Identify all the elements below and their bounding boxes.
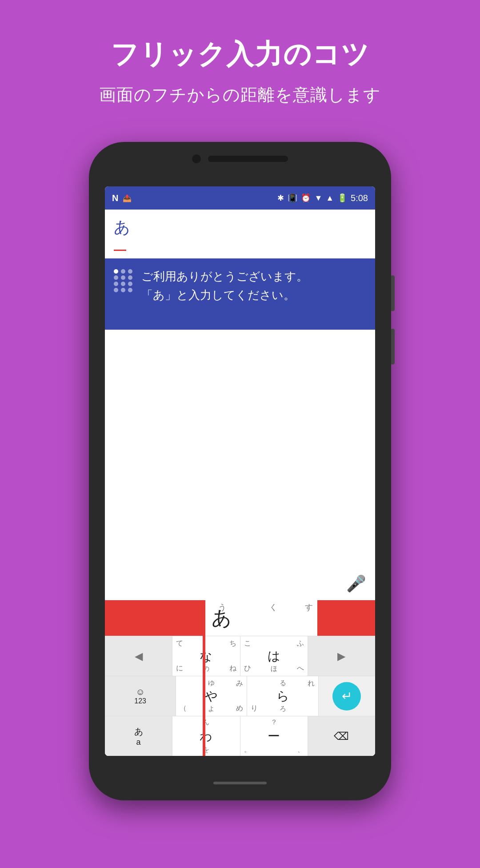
abc-label: a bbox=[136, 738, 141, 747]
suggestion-bar: ご利用ありがとうございます。 「あ」と入力してください。 bbox=[105, 258, 375, 330]
key-right-arrow[interactable]: ▶ bbox=[308, 636, 375, 676]
key-ha[interactable]: こ ふ は ひ へ ほ bbox=[240, 636, 308, 676]
dot bbox=[121, 269, 125, 274]
vibrate-icon: 📳 bbox=[288, 193, 297, 203]
key-delete[interactable]: ⌫ bbox=[308, 716, 375, 756]
sub-char-he: へ bbox=[297, 664, 304, 673]
dot bbox=[121, 275, 125, 280]
dot bbox=[114, 288, 118, 292]
dot bbox=[121, 282, 125, 286]
dots-grid bbox=[114, 269, 132, 292]
photo-icon: 📤 bbox=[123, 194, 132, 202]
keyboard-row-2: ☺ 123 ゆ み や （ め よ る れ ら り ろ bbox=[105, 676, 375, 716]
sub-char-comma: 、 bbox=[297, 746, 304, 754]
header-section: フリック入力のコツ 画面のフチからの距離を意識します bbox=[0, 0, 480, 124]
dot bbox=[121, 288, 125, 292]
dot bbox=[114, 282, 118, 286]
sub-char-re: れ bbox=[308, 679, 315, 688]
sub-char-ne: ね bbox=[229, 664, 236, 673]
text-cursor bbox=[114, 250, 126, 251]
sub-title: 画面のフチからの距離を意識します bbox=[99, 84, 381, 106]
sub-char-period: 。 bbox=[244, 746, 251, 754]
text-input-area[interactable]: あ bbox=[105, 210, 375, 258]
microphone-icon[interactable]: 🎤 bbox=[346, 574, 366, 593]
key-na[interactable]: て ち な に ね の bbox=[172, 636, 240, 676]
volume-button bbox=[391, 275, 395, 311]
suggestion-text: ご利用ありがとうございます。 「あ」と入力してください。 bbox=[141, 267, 308, 304]
home-indicator bbox=[213, 782, 267, 784]
main-char-dash: ー bbox=[268, 728, 280, 745]
key-punctuation[interactable]: ？ ー 。 、 bbox=[240, 716, 308, 756]
sub-char-me: め bbox=[236, 704, 243, 713]
status-bar: N 📤 ✱ 📳 ⏰ ▼ ▲ 🔋 5:08 bbox=[105, 186, 375, 210]
key-ra[interactable]: る れ ら り ろ bbox=[247, 676, 318, 716]
dot bbox=[128, 288, 132, 292]
camera bbox=[192, 154, 201, 163]
status-time: 5:08 bbox=[351, 193, 368, 203]
notification-icon: N bbox=[112, 193, 118, 203]
sub-char-q: ？ bbox=[271, 718, 277, 727]
sub-char-fu: ふ bbox=[297, 639, 304, 648]
hiragana-label: あ bbox=[134, 726, 143, 738]
dot bbox=[114, 275, 118, 280]
key-top-ku: く bbox=[269, 602, 277, 613]
sub-char-ru: る bbox=[280, 679, 286, 687]
dot bbox=[114, 269, 118, 274]
sub-char-yo: よ bbox=[208, 705, 215, 713]
key-mode-switch[interactable]: あa bbox=[105, 716, 172, 756]
sub-char-lp: （ bbox=[180, 704, 187, 713]
sub-char-te: て bbox=[176, 639, 183, 648]
sub-char-ro: ろ bbox=[280, 705, 286, 713]
key-ya[interactable]: ゆ み や （ め よ bbox=[176, 676, 247, 716]
bluetooth-icon: ✱ bbox=[277, 193, 284, 203]
emoji-icon: ☺ bbox=[136, 687, 144, 697]
battery-icon: 🔋 bbox=[337, 193, 347, 203]
keyboard: う く す あ ◀ て ち な に ね の こ ふ は bbox=[105, 600, 375, 756]
phone-container: N 📤 ✱ 📳 ⏰ ▼ ▲ 🔋 5:08 あ bbox=[89, 142, 391, 800]
input-character: あ bbox=[114, 217, 366, 238]
sub-char-hi: ひ bbox=[244, 664, 251, 673]
wifi-icon: ▼ bbox=[314, 194, 322, 203]
123-label: 123 bbox=[134, 697, 146, 705]
candidate-area: 🎤 bbox=[105, 330, 375, 600]
dot bbox=[128, 275, 132, 280]
keyboard-highlight-row: う く す あ bbox=[105, 600, 375, 636]
alarm-icon: ⏰ bbox=[301, 193, 311, 203]
dot bbox=[128, 269, 132, 274]
main-char-ha: は bbox=[268, 648, 280, 665]
signal-icon: ▲ bbox=[326, 194, 334, 203]
red-bar-vertical bbox=[203, 600, 205, 756]
key-left-arrow[interactable]: ◀ bbox=[105, 636, 172, 676]
enter-key-button[interactable]: ↵ bbox=[332, 682, 361, 711]
speaker bbox=[208, 156, 288, 162]
dot bbox=[128, 282, 132, 286]
power-button bbox=[391, 329, 395, 364]
sub-char-yu: ゆ bbox=[208, 679, 215, 687]
main-char-wa: わ bbox=[200, 728, 212, 745]
sub-char-mi: み bbox=[236, 679, 243, 688]
key-enter[interactable]: ↵ bbox=[319, 676, 375, 716]
red-bar-left bbox=[105, 600, 203, 636]
status-left-icons: N 📤 bbox=[112, 193, 132, 203]
keyboard-row-3: あa ん わ を ？ ー 。 、 ⌫ bbox=[105, 716, 375, 756]
main-char-ya: や bbox=[205, 688, 218, 705]
main-char-na: な bbox=[200, 648, 212, 665]
keyboard-row-1: ◀ て ち な に ね の こ ふ は ひ へ ほ ▶ bbox=[105, 636, 375, 676]
key-main-a[interactable]: あ bbox=[212, 605, 232, 631]
sub-char-ko: こ bbox=[244, 639, 251, 648]
status-right-icons: ✱ 📳 ⏰ ▼ ▲ 🔋 5:08 bbox=[277, 193, 368, 203]
sub-char-ri: り bbox=[251, 704, 258, 713]
main-char-ra: ら bbox=[276, 688, 289, 705]
sub-char-chi: ち bbox=[229, 639, 236, 648]
key-emoji-123[interactable]: ☺ 123 bbox=[105, 676, 176, 716]
red-bar-right bbox=[317, 600, 375, 636]
sub-char-ni: に bbox=[176, 664, 183, 673]
sub-char-ho: ほ bbox=[271, 665, 277, 673]
key-top-su: す bbox=[305, 602, 313, 613]
phone-screen: N 📤 ✱ 📳 ⏰ ▼ ▲ 🔋 5:08 あ bbox=[105, 186, 375, 756]
phone-top-bar bbox=[169, 154, 311, 163]
main-title: フリック入力のコツ bbox=[111, 36, 370, 73]
key-wa[interactable]: ん わ を bbox=[172, 716, 240, 756]
